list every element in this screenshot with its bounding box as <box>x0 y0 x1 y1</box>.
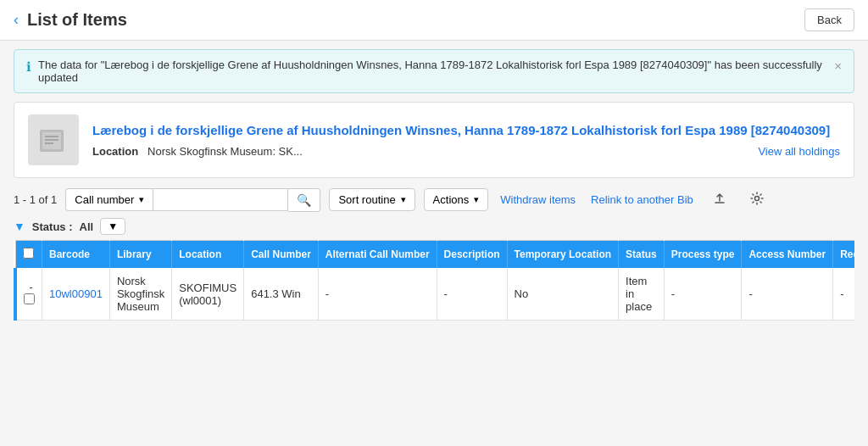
status-value: All <box>80 220 94 233</box>
status-dropdown-button[interactable]: ▼ <box>100 218 125 235</box>
col-header-description: Description <box>437 241 507 269</box>
toolbar: 1 - 1 of 1 Call number ▾ 🔍 Sort routine … <box>14 187 854 213</box>
withdraw-items-button[interactable]: Withdraw items <box>497 189 579 210</box>
items-table-wrap: Barcode Library Location Call Number Alt… <box>14 240 854 321</box>
sort-routine-button[interactable]: Sort routine ▾ <box>329 188 415 211</box>
gear-icon <box>750 192 764 205</box>
book-location-row: Location Norsk Skogfinsk Museum: SK... V… <box>92 145 840 158</box>
settings-button[interactable] <box>743 187 771 213</box>
record-count: 1 - 1 of 1 <box>14 193 57 206</box>
relink-button[interactable]: Relink to another Bib <box>587 189 697 210</box>
view-holdings-link[interactable]: View all holdings <box>758 145 840 158</box>
filter-row: ▼ Status : All ▼ <box>14 218 854 235</box>
page-header: ‹ List of Items Back <box>0 0 868 41</box>
row-marker: - <box>26 282 33 293</box>
actions-label: Actions <box>433 193 470 206</box>
book-info: Lærebog i de forskjellige Grene af Huush… <box>92 122 840 159</box>
cell-process-type: - <box>664 268 742 321</box>
alert-message: The data for "Lærebog i de forskjellige … <box>38 59 826 84</box>
col-header-temp-location: Temporary Location <box>507 241 618 269</box>
cell-receiving-date: - <box>833 268 854 321</box>
search-type-button[interactable]: Call number ▾ <box>65 188 153 211</box>
cell-location: SKOFIMUS (wl0001) <box>172 268 244 321</box>
col-header-alt-call-number: Alternati Call Number <box>318 241 437 269</box>
cell-library: Norsk Skogfinsk Museum <box>109 268 171 321</box>
table-row: - 10wl00901 Norsk Skogfinsk Museum SKOFI… <box>15 268 854 321</box>
actions-chevron-icon: ▾ <box>474 194 479 205</box>
status-label: Status : <box>32 220 73 233</box>
book-title[interactable]: Lærebog i de forskjellige Grene af Huush… <box>92 122 840 139</box>
col-header-process-type: Process type <box>664 241 742 269</box>
cell-alt-call-number: - <box>318 268 437 321</box>
search-type-label: Call number <box>75 193 134 206</box>
page-title: List of Items <box>27 10 127 30</box>
header-left: ‹ List of Items <box>14 10 127 30</box>
svg-rect-1 <box>42 132 61 149</box>
book-card: Lærebog i de forskjellige Grene af Huush… <box>14 102 854 178</box>
back-chevron-icon[interactable]: ‹ <box>14 11 19 29</box>
location-value: Norsk Skogfinsk Museum: SK... <box>147 145 303 158</box>
cell-access-number: - <box>742 268 833 321</box>
cell-temp-location: No <box>507 268 618 321</box>
cell-description: - <box>437 268 507 321</box>
select-all-checkbox[interactable] <box>23 248 34 259</box>
items-table: Barcode Library Location Call Number Alt… <box>14 240 854 321</box>
book-location: Location Norsk Skogfinsk Museum: SK... <box>92 145 303 158</box>
cell-status: Item in place <box>619 268 665 321</box>
col-header-library: Library <box>109 241 171 269</box>
export-icon <box>713 192 726 205</box>
book-thumbnail <box>28 114 79 165</box>
back-button[interactable]: Back <box>804 8 854 31</box>
search-input[interactable] <box>153 188 288 211</box>
search-type-select[interactable]: Call number ▾ 🔍 <box>65 188 320 212</box>
col-header-location: Location <box>172 241 244 269</box>
cell-barcode: 10wl00901 <box>42 268 110 321</box>
alert-banner: ℹ The data for "Lærebog i de forskjellig… <box>14 49 854 93</box>
info-icon: ℹ <box>26 59 31 75</box>
filter-icon: ▼ <box>14 220 25 233</box>
location-label: Location <box>92 145 138 158</box>
col-header-call-number: Call Number <box>244 241 319 269</box>
header-checkbox-cell <box>15 241 42 269</box>
sort-chevron-icon: ▾ <box>401 194 406 205</box>
chevron-down-icon: ▾ <box>139 194 144 205</box>
actions-button[interactable]: Actions ▾ <box>424 188 489 211</box>
row-checkbox[interactable] <box>24 293 35 304</box>
svg-point-5 <box>754 197 759 201</box>
col-header-access-number: Access Number <box>742 241 833 269</box>
alert-close-button[interactable]: × <box>834 59 842 73</box>
barcode-link[interactable]: 10wl00901 <box>49 287 103 300</box>
alert-content: ℹ The data for "Lærebog i de forskjellig… <box>26 59 826 84</box>
cell-call-number: 641.3 Win <box>244 268 319 321</box>
col-header-barcode: Barcode <box>42 241 110 269</box>
sort-routine-label: Sort routine <box>338 193 395 206</box>
row-marker-cell: - <box>15 268 42 321</box>
col-header-receiving-date: Receiving date <box>833 241 854 269</box>
search-button[interactable]: 🔍 <box>288 188 320 212</box>
export-button[interactable] <box>705 187 734 213</box>
col-header-status: Status <box>619 241 665 269</box>
table-header-row: Barcode Library Location Call Number Alt… <box>15 241 854 269</box>
